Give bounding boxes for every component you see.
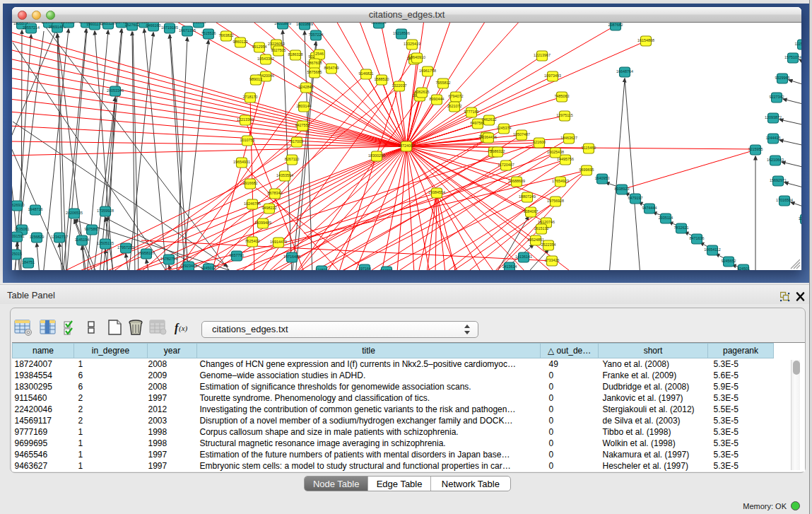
svg-text:1362615: 1362615 [415,90,430,94]
svg-text:1640953: 1640953 [595,176,610,180]
svg-text:8938923: 8938923 [615,187,630,191]
svg-text:9391591: 9391591 [12,234,25,238]
svg-text:12213363: 12213363 [237,117,254,122]
svg-text:20557214: 20557214 [23,25,40,30]
svg-text:19524851: 19524851 [527,238,544,242]
svg-text:6466160: 6466160 [146,23,161,28]
svg-text:20053346: 20053346 [107,88,124,93]
svg-text:2522354: 2522354 [541,243,556,247]
svg-text:924501: 924501 [737,267,750,270]
svg-text:197164: 197164 [358,267,371,270]
svg-text:9860123: 9860123 [233,40,248,44]
svg-text:10688609: 10688609 [508,179,525,183]
svg-text:12923448: 12923448 [180,264,197,268]
svg-text:18724007: 18724007 [398,144,415,148]
svg-text:16033809: 16033809 [296,23,313,26]
svg-text:5875685: 5875685 [307,70,322,74]
svg-text:3912954: 3912954 [252,45,267,49]
svg-text:10543362: 10543362 [257,57,274,61]
svg-text:15692971: 15692971 [770,178,787,182]
svg-text:8186328: 8186328 [288,52,303,57]
svg-text:19654931: 19654931 [233,160,250,164]
svg-text:1916682: 1916682 [243,181,258,185]
svg-text:12213967: 12213967 [534,53,551,57]
svg-text:11720407: 11720407 [498,163,514,167]
svg-text:8813054: 8813054 [372,23,387,25]
svg-text:1244415: 1244415 [766,136,781,140]
svg-text:18463627: 18463627 [560,136,577,140]
svg-text:20206535: 20206535 [66,211,83,215]
svg-text:104921: 104921 [380,269,393,270]
svg-text:1245374: 1245374 [497,126,512,130]
svg-text:7357224: 7357224 [309,33,324,37]
svg-text:621600: 621600 [533,140,546,144]
svg-text:9245012: 9245012 [201,266,216,270]
svg-text:12342737: 12342737 [51,235,68,239]
svg-text:9474444: 9474444 [642,206,657,210]
svg-text:1948716: 1948716 [28,207,43,211]
svg-text:7625402: 7625402 [245,239,260,243]
svg-text:14136141: 14136141 [515,255,532,259]
svg-text:7515526: 7515526 [192,23,206,24]
svg-text:124501: 124501 [315,268,328,270]
svg-text:1322037: 1322037 [392,83,407,88]
svg-text:9975867: 9975867 [85,227,100,231]
svg-text:10246786: 10246786 [244,201,261,206]
svg-text:925015: 925015 [12,252,22,256]
svg-text:19756928: 19756928 [547,199,564,203]
svg-text:16099489: 16099489 [254,221,271,225]
svg-text:9427552: 9427552 [295,123,310,127]
svg-text:6479197: 6479197 [628,196,643,200]
svg-text:1615132: 1615132 [534,226,549,230]
svg-text:9227342: 9227342 [770,95,784,99]
svg-text:10973493: 10973493 [544,74,561,78]
svg-text:9115460: 9115460 [582,146,596,150]
svg-text:9777169: 9777169 [464,110,479,114]
svg-text:16961758: 16961758 [419,69,436,73]
svg-text:16671355: 16671355 [179,28,196,33]
svg-text:1145194: 1145194 [75,238,90,242]
svg-text:17957255: 17957255 [117,245,134,250]
svg-text:11154808: 11154808 [794,42,801,46]
svg-text:9657791: 9657791 [230,253,245,257]
svg-text:1993117: 1993117 [61,23,76,24]
svg-text:10654112: 10654112 [704,247,721,252]
svg-text:1126753: 1126753 [799,216,801,221]
svg-text:9329965: 9329965 [775,76,790,80]
svg-text:16648764: 16648764 [616,69,633,74]
svg-text:16210643: 16210643 [767,158,784,162]
svg-text:2718170: 2718170 [243,95,258,99]
svg-text:1156829: 1156829 [30,235,45,239]
svg-text:16033809: 16033809 [274,23,291,25]
svg-text:16782759: 16782759 [160,257,177,261]
svg-text:16120746: 16120746 [538,220,555,224]
svg-text:18807249: 18807249 [519,194,536,199]
svg-text:17359928: 17359928 [97,209,114,213]
svg-text:10025438: 10025438 [547,150,564,154]
svg-text:20364436: 20364436 [480,135,497,139]
svg-text:7485063: 7485063 [555,94,570,98]
svg-text:7663822: 7663822 [219,33,234,37]
svg-text:12093872: 12093872 [765,115,782,119]
svg-text:989013: 989013 [249,77,262,81]
svg-text:1733426: 1733426 [545,258,560,262]
svg-text:7832621: 7832621 [674,226,689,230]
svg-text:9327505: 9327505 [271,48,286,52]
svg-text:10507487: 10507487 [513,132,530,136]
svg-text:2626910: 2626910 [12,203,25,207]
svg-text:1621072: 1621072 [447,104,462,108]
svg-text:1588520: 1588520 [375,77,389,81]
svg-text:2087682: 2087682 [608,23,623,27]
svg-text:2535061: 2535061 [15,227,30,231]
svg-text:7515526: 7515526 [201,31,216,35]
svg-text:15751074: 15751074 [784,55,801,59]
svg-text:13325419: 13325419 [404,42,420,46]
svg-text:2867608: 2867608 [307,61,322,65]
svg-text:16914479: 16914479 [270,240,287,244]
svg-text:19958107: 19958107 [138,251,155,255]
svg-text:1413614: 1413614 [502,264,517,269]
svg-text:(x): (x) [179,324,188,333]
svg-text:817005: 817005 [290,139,303,144]
svg-text:16154808: 16154808 [637,38,654,42]
svg-text:7986322: 7986322 [490,149,505,153]
